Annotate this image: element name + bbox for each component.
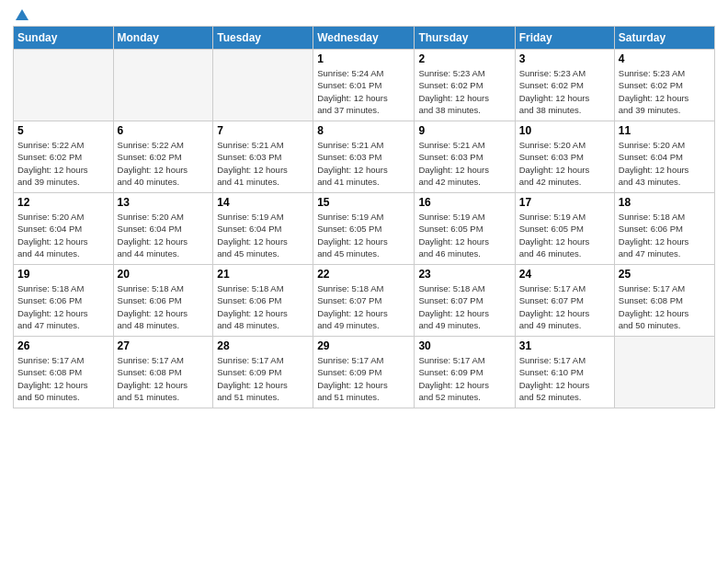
- calendar-cell: 26Sunrise: 5:17 AM Sunset: 6:08 PM Dayli…: [14, 337, 114, 408]
- weekday-header-friday: Friday: [515, 27, 614, 50]
- calendar-cell: 28Sunrise: 5:17 AM Sunset: 6:09 PM Dayli…: [213, 337, 313, 408]
- logo-top: [13, 9, 28, 20]
- calendar-cell: 10Sunrise: 5:20 AM Sunset: 6:03 PM Dayli…: [515, 121, 614, 193]
- day-info: Sunrise: 5:20 AM Sunset: 6:04 PM Dayligh…: [619, 139, 711, 188]
- weekday-header-thursday: Thursday: [415, 27, 515, 50]
- day-info: Sunrise: 5:20 AM Sunset: 6:04 PM Dayligh…: [17, 211, 109, 259]
- week-row-1: 5Sunrise: 5:22 AM Sunset: 6:02 PM Daylig…: [14, 121, 715, 193]
- calendar-cell: 22Sunrise: 5:18 AM Sunset: 6:07 PM Dayli…: [313, 265, 415, 337]
- day-info: Sunrise: 5:18 AM Sunset: 6:07 PM Dayligh…: [418, 282, 510, 331]
- day-number: 1: [317, 52, 410, 65]
- day-info: Sunrise: 5:22 AM Sunset: 6:02 PM Dayligh…: [118, 139, 210, 188]
- calendar-cell: 4Sunrise: 5:23 AM Sunset: 6:02 PM Daylig…: [614, 50, 714, 121]
- day-info: Sunrise: 5:21 AM Sunset: 6:03 PM Dayligh…: [418, 139, 510, 188]
- day-number: 12: [17, 196, 109, 209]
- calendar-cell: 31Sunrise: 5:17 AM Sunset: 6:10 PM Dayli…: [515, 337, 614, 408]
- header-row: [13, 9, 715, 20]
- day-number: 24: [519, 268, 610, 281]
- calendar-cell: 5Sunrise: 5:22 AM Sunset: 6:02 PM Daylig…: [14, 121, 114, 193]
- calendar-cell: 3Sunrise: 5:23 AM Sunset: 6:02 PM Daylig…: [515, 50, 614, 121]
- calendar-cell: 12Sunrise: 5:20 AM Sunset: 6:04 PM Dayli…: [14, 193, 114, 265]
- day-number: 14: [217, 196, 309, 209]
- weekday-header-tuesday: Tuesday: [213, 27, 313, 50]
- calendar-cell: 19Sunrise: 5:18 AM Sunset: 6:06 PM Dayli…: [14, 265, 114, 337]
- day-number: 26: [17, 339, 109, 352]
- day-number: 15: [317, 196, 410, 209]
- calendar-cell: 21Sunrise: 5:18 AM Sunset: 6:06 PM Dayli…: [213, 265, 313, 337]
- day-info: Sunrise: 5:19 AM Sunset: 6:05 PM Dayligh…: [418, 211, 510, 259]
- day-info: Sunrise: 5:24 AM Sunset: 6:01 PM Dayligh…: [317, 67, 410, 116]
- calendar-cell: [113, 50, 213, 121]
- calendar-cell: 20Sunrise: 5:18 AM Sunset: 6:06 PM Dayli…: [113, 265, 213, 337]
- day-number: 28: [217, 339, 309, 352]
- day-number: 19: [17, 268, 109, 281]
- calendar-cell: 1Sunrise: 5:24 AM Sunset: 6:01 PM Daylig…: [313, 50, 415, 121]
- day-number: 9: [418, 124, 510, 137]
- weekday-header-saturday: Saturday: [614, 27, 714, 50]
- calendar-cell: [213, 50, 313, 121]
- calendar-cell: 25Sunrise: 5:17 AM Sunset: 6:08 PM Dayli…: [614, 265, 714, 337]
- weekday-header-wednesday: Wednesday: [313, 27, 415, 50]
- day-number: 22: [317, 268, 410, 281]
- day-info: Sunrise: 5:18 AM Sunset: 6:06 PM Dayligh…: [118, 282, 210, 331]
- day-info: Sunrise: 5:20 AM Sunset: 6:04 PM Dayligh…: [118, 211, 210, 259]
- calendar-cell: 8Sunrise: 5:21 AM Sunset: 6:03 PM Daylig…: [313, 121, 415, 193]
- day-number: 30: [418, 339, 510, 352]
- logo-triangle-icon: [16, 9, 28, 20]
- weekday-header-row: SundayMondayTuesdayWednesdayThursdayFrid…: [14, 27, 715, 50]
- day-info: Sunrise: 5:19 AM Sunset: 6:04 PM Dayligh…: [217, 211, 309, 259]
- day-number: 8: [317, 124, 410, 137]
- day-number: 13: [118, 196, 210, 209]
- day-info: Sunrise: 5:17 AM Sunset: 6:09 PM Dayligh…: [217, 354, 309, 403]
- day-number: 10: [519, 124, 610, 137]
- calendar-cell: 13Sunrise: 5:20 AM Sunset: 6:04 PM Dayli…: [113, 193, 213, 265]
- calendar-cell: 7Sunrise: 5:21 AM Sunset: 6:03 PM Daylig…: [213, 121, 313, 193]
- calendar-cell: 14Sunrise: 5:19 AM Sunset: 6:04 PM Dayli…: [213, 193, 313, 265]
- calendar-cell: 16Sunrise: 5:19 AM Sunset: 6:05 PM Dayli…: [415, 193, 515, 265]
- day-number: 18: [619, 196, 711, 209]
- week-row-4: 26Sunrise: 5:17 AM Sunset: 6:08 PM Dayli…: [14, 337, 715, 408]
- day-info: Sunrise: 5:17 AM Sunset: 6:08 PM Dayligh…: [118, 354, 210, 403]
- day-number: 5: [17, 124, 109, 137]
- day-info: Sunrise: 5:17 AM Sunset: 6:09 PM Dayligh…: [418, 354, 510, 403]
- day-info: Sunrise: 5:20 AM Sunset: 6:03 PM Dayligh…: [519, 139, 610, 188]
- day-info: Sunrise: 5:17 AM Sunset: 6:07 PM Dayligh…: [519, 282, 610, 331]
- day-number: 31: [519, 339, 610, 352]
- week-row-3: 19Sunrise: 5:18 AM Sunset: 6:06 PM Dayli…: [14, 265, 715, 337]
- day-number: 23: [418, 268, 510, 281]
- day-number: 21: [217, 268, 309, 281]
- day-number: 27: [118, 339, 210, 352]
- day-info: Sunrise: 5:23 AM Sunset: 6:02 PM Dayligh…: [519, 67, 610, 116]
- day-number: 16: [418, 196, 510, 209]
- calendar-table: SundayMondayTuesdayWednesdayThursdayFrid…: [13, 26, 715, 408]
- calendar-cell: 29Sunrise: 5:17 AM Sunset: 6:09 PM Dayli…: [313, 337, 415, 408]
- calendar-cell: 15Sunrise: 5:19 AM Sunset: 6:05 PM Dayli…: [313, 193, 415, 265]
- day-number: 4: [619, 52, 711, 65]
- day-info: Sunrise: 5:17 AM Sunset: 6:08 PM Dayligh…: [17, 354, 109, 403]
- day-number: 29: [317, 339, 410, 352]
- logo: [13, 9, 28, 20]
- day-info: Sunrise: 5:18 AM Sunset: 6:06 PM Dayligh…: [217, 282, 309, 331]
- day-number: 25: [619, 268, 711, 281]
- calendar-cell: 6Sunrise: 5:22 AM Sunset: 6:02 PM Daylig…: [113, 121, 213, 193]
- day-info: Sunrise: 5:23 AM Sunset: 6:02 PM Dayligh…: [619, 67, 711, 116]
- calendar-cell: 30Sunrise: 5:17 AM Sunset: 6:09 PM Dayli…: [415, 337, 515, 408]
- calendar-cell: 18Sunrise: 5:18 AM Sunset: 6:06 PM Dayli…: [614, 193, 714, 265]
- week-row-0: 1Sunrise: 5:24 AM Sunset: 6:01 PM Daylig…: [14, 50, 715, 121]
- calendar-cell: 17Sunrise: 5:19 AM Sunset: 6:05 PM Dayli…: [515, 193, 614, 265]
- day-number: 7: [217, 124, 309, 137]
- logo-text: [13, 9, 28, 20]
- day-info: Sunrise: 5:19 AM Sunset: 6:05 PM Dayligh…: [317, 211, 410, 259]
- day-info: Sunrise: 5:18 AM Sunset: 6:06 PM Dayligh…: [619, 211, 711, 259]
- week-row-2: 12Sunrise: 5:20 AM Sunset: 6:04 PM Dayli…: [14, 193, 715, 265]
- day-number: 3: [519, 52, 610, 65]
- calendar-cell: 24Sunrise: 5:17 AM Sunset: 6:07 PM Dayli…: [515, 265, 614, 337]
- day-info: Sunrise: 5:17 AM Sunset: 6:08 PM Dayligh…: [619, 282, 711, 331]
- weekday-header-sunday: Sunday: [14, 27, 114, 50]
- day-number: 20: [118, 268, 210, 281]
- day-number: 6: [118, 124, 210, 137]
- calendar-cell: 27Sunrise: 5:17 AM Sunset: 6:08 PM Dayli…: [113, 337, 213, 408]
- day-info: Sunrise: 5:18 AM Sunset: 6:06 PM Dayligh…: [17, 282, 109, 331]
- day-info: Sunrise: 5:17 AM Sunset: 6:10 PM Dayligh…: [519, 354, 610, 403]
- day-info: Sunrise: 5:19 AM Sunset: 6:05 PM Dayligh…: [519, 211, 610, 259]
